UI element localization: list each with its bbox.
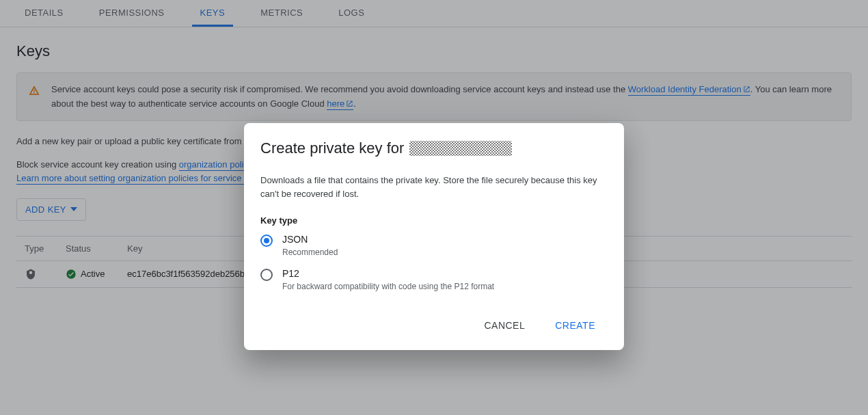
dialog-title: Create private key for (260, 139, 608, 157)
key-type-p12-option[interactable]: P12 For backward compatibility with code… (260, 268, 608, 291)
redacted-account-name (409, 141, 512, 156)
create-button[interactable]: CREATE (548, 314, 602, 336)
cancel-button[interactable]: CANCEL (477, 314, 532, 336)
create-key-dialog: Create private key for Downloads a file … (244, 123, 624, 350)
key-type-label: Key type (260, 215, 608, 226)
radio-sublabel: For backward compatibility with code usi… (282, 282, 494, 291)
radio-sublabel: Recommended (282, 247, 338, 257)
modal-overlay[interactable]: Create private key for Downloads a file … (0, 0, 868, 415)
radio-label: P12 (282, 268, 494, 279)
radio-icon (260, 235, 273, 247)
dialog-title-prefix: Create private key for (260, 139, 404, 157)
dialog-actions: CANCEL CREATE (260, 302, 608, 345)
key-type-json-option[interactable]: JSON Recommended (260, 234, 608, 257)
radio-icon (260, 269, 273, 281)
radio-label: JSON (282, 234, 338, 245)
dialog-description: Downloads a file that contains the priva… (260, 174, 608, 200)
